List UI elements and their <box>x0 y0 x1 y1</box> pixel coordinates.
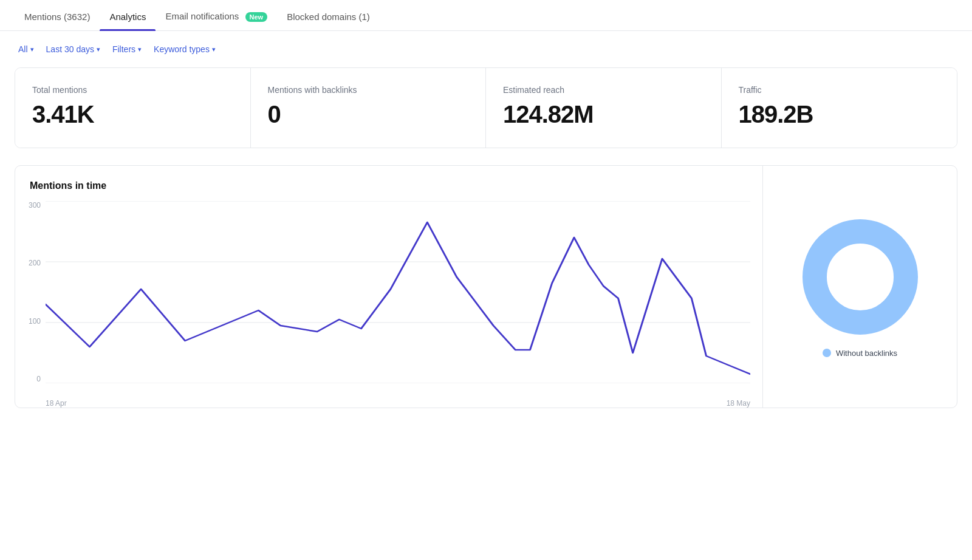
chart-main: Mentions in time 300 200 100 0 18 A <box>15 166 762 408</box>
stat-total-mentions: Total mentions 3.41K <box>15 68 251 148</box>
tab-email-notifications[interactable]: Email notifications New <box>156 0 277 30</box>
legend-dot-without-backlinks <box>823 349 831 357</box>
line-chart-svg <box>46 201 750 383</box>
chevron-down-icon: ▾ <box>138 46 142 53</box>
x-label-start: 18 Apr <box>46 399 67 408</box>
svg-point-4 <box>815 231 906 323</box>
tab-analytics[interactable]: Analytics <box>100 1 156 30</box>
chart-title: Mentions in time <box>15 180 762 201</box>
legend-label-without-backlinks: Without backlinks <box>836 349 897 358</box>
filter-all[interactable]: All ▾ <box>15 42 38 56</box>
stat-mentions-backlinks: Mentions with backlinks 0 <box>251 68 487 148</box>
chevron-down-icon: ▾ <box>97 46 100 53</box>
y-axis-labels: 300 200 100 0 <box>15 201 46 383</box>
stat-cards: Total mentions 3.41K Mentions with backl… <box>15 67 957 148</box>
filters-bar: All ▾ Last 30 days ▾ Filters ▾ Keyword t… <box>0 31 972 67</box>
chart-area: 300 200 100 0 18 Apr 18 May <box>15 201 762 408</box>
chevron-down-icon: ▾ <box>212 46 216 53</box>
donut-chart-svg <box>799 216 921 338</box>
chevron-down-icon: ▾ <box>30 46 34 53</box>
filter-filters[interactable]: Filters ▾ <box>109 42 145 56</box>
stat-estimated-reach: Estimated reach 124.82M <box>486 68 722 148</box>
filter-last-30-days[interactable]: Last 30 days ▾ <box>43 42 104 56</box>
stat-traffic: Traffic 189.2B <box>722 68 957 148</box>
chart-side: Without backlinks <box>762 166 957 408</box>
filter-keyword-types[interactable]: Keyword types ▾ <box>150 42 219 56</box>
x-label-end: 18 May <box>727 399 750 408</box>
tab-blocked-domains[interactable]: Blocked domains (1) <box>277 1 380 30</box>
donut-legend: Without backlinks <box>823 349 897 358</box>
chart-section: Mentions in time 300 200 100 0 18 A <box>15 165 957 408</box>
new-badge: New <box>245 12 268 22</box>
tab-mentions[interactable]: Mentions (3632) <box>15 1 100 30</box>
x-axis-labels: 18 Apr 18 May <box>46 399 750 408</box>
tabs-nav: Mentions (3632) Analytics Email notifica… <box>0 0 972 31</box>
